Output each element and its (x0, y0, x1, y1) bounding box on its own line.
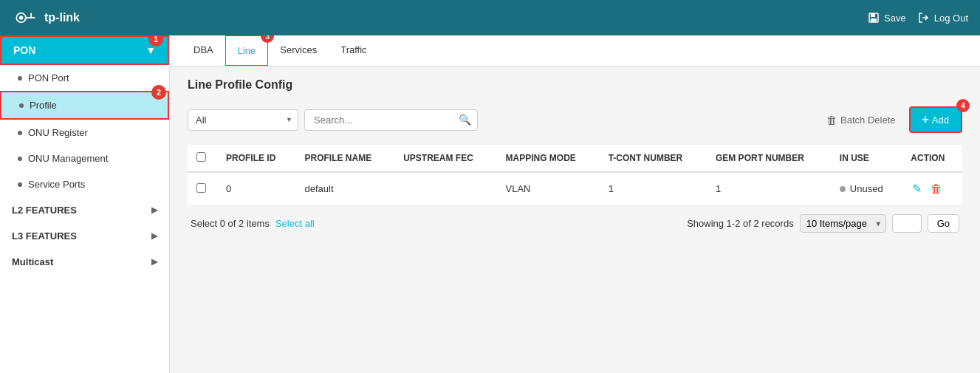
table-header-gem-port-number: GEM PORT NUMBER (707, 145, 831, 172)
row-action: ✎ 🗑 (902, 172, 962, 205)
delete-button[interactable]: 🗑 (929, 180, 944, 197)
dot-icon (18, 182, 22, 187)
search-input[interactable] (311, 110, 459, 130)
sidebar-item-profile[interactable]: Profile (0, 91, 169, 120)
filter-select-wrapper: All (188, 109, 298, 131)
select-all-link[interactable]: Select all (275, 218, 315, 229)
save-button[interactable]: Save (868, 12, 906, 24)
data-table: PROFILE ID PROFILE NAME UPSTREAM FEC MAP… (188, 145, 962, 205)
row-checkbox[interactable] (196, 183, 206, 193)
multicast-label: Multicast (12, 256, 53, 267)
save-label: Save (884, 13, 906, 24)
edit-button[interactable]: ✎ (911, 180, 923, 197)
table-footer-left: Select 0 of 2 items Select all (191, 218, 315, 229)
onu-management-label: ONU Management (28, 153, 108, 164)
table-header-upstream-fec: UPSTREAM FEC (394, 145, 496, 172)
sidebar-pon-menu[interactable]: PON ▼ (0, 35, 169, 65)
svg-rect-7 (871, 18, 877, 21)
l3-chevron-icon: ▶ (151, 231, 157, 241)
sidebar-item-onu-management[interactable]: ONU Management (0, 146, 169, 171)
tab-dba[interactable]: DBA (182, 35, 225, 66)
layout: PON ▼ 1 PON Port Profile 2 ONU Register (0, 35, 980, 373)
sidebar-section-l2-features[interactable]: L2 FEATURES ▶ (0, 197, 169, 223)
row-t-cont-number: 1 (600, 172, 707, 205)
table-header-mapping-mode: MAPPING MODE (497, 145, 600, 172)
tab-services[interactable]: Services (268, 35, 329, 66)
multicast-chevron-icon: ▶ (151, 257, 157, 267)
sidebar-item-pon-port[interactable]: PON Port (0, 65, 169, 91)
row-mapping-mode: VLAN (497, 172, 600, 205)
navbar-actions: Save Log Out (868, 12, 968, 24)
go-button[interactable]: Go (928, 214, 959, 233)
search-box: 🔍 (304, 109, 478, 131)
content-area: Line Profile Config All 🔍 (170, 66, 980, 253)
pon-label: PON (13, 44, 35, 56)
select-all-checkbox[interactable] (196, 152, 206, 162)
brand: tp-link (12, 4, 80, 31)
search-icon: 🔍 (459, 114, 471, 126)
row-profile-name: default (295, 172, 394, 205)
page-title: Line Profile Config (188, 78, 962, 92)
table-header-in-use: IN USE (831, 145, 902, 172)
batch-delete-button[interactable]: 🗑 Batch Delete (819, 109, 902, 131)
l2-chevron-icon: ▶ (151, 205, 157, 215)
select-count: Select 0 of 2 items (191, 218, 270, 229)
page-number-input[interactable] (892, 214, 922, 233)
trash-icon: 🗑 (826, 114, 837, 126)
table-header-action: ACTION (902, 145, 962, 172)
row-in-use: Unused (831, 172, 902, 205)
svg-rect-6 (871, 13, 875, 17)
tab-traffic[interactable]: Traffic (329, 35, 378, 66)
dot-icon (18, 131, 22, 135)
navbar: tp-link Save Log Out (0, 0, 980, 35)
l2-features-label: L2 FEATURES (12, 205, 77, 216)
items-per-page-wrapper: 10 Items/page 20 Items/page 50 Items/pag… (800, 214, 886, 233)
brand-name: tp-link (44, 11, 80, 24)
action-icons: ✎ 🗑 (911, 180, 953, 197)
filter-select[interactable]: All (188, 109, 298, 131)
in-use-badge: Unused (840, 183, 894, 194)
table-row: 0 default VLAN 1 1 Unused ✎ 🗑 (188, 172, 962, 205)
row-checkbox-cell (188, 172, 217, 205)
onu-register-label: ONU Register (28, 127, 88, 138)
table-header-row: PROFILE ID PROFILE NAME UPSTREAM FEC MAP… (188, 145, 962, 172)
tab-bar: DBA Line 3 Services Traffic (170, 35, 980, 66)
add-badge: 4 (956, 99, 970, 112)
row-profile-id: 0 (217, 172, 295, 205)
sidebar-section-l3-features[interactable]: L3 FEATURES ▶ (0, 223, 169, 249)
save-icon (868, 12, 880, 24)
logout-icon (918, 12, 930, 24)
table-header-profile-name: PROFILE NAME (295, 145, 394, 172)
row-upstream-fec (394, 172, 496, 205)
table-header-profile-id: PROFILE ID (217, 145, 295, 172)
tplink-logo (12, 4, 38, 31)
table-footer-right: Showing 1-2 of 2 records 10 Items/page 2… (687, 214, 959, 233)
table-body: 0 default VLAN 1 1 Unused ✎ 🗑 (188, 172, 962, 205)
add-button[interactable]: + Add (909, 106, 962, 133)
main-content: DBA Line 3 Services Traffic Line Profile… (170, 35, 980, 373)
toolbar-right: 🗑 Batch Delete + Add 4 (819, 106, 962, 133)
logout-button[interactable]: Log Out (918, 12, 968, 24)
sidebar: PON ▼ 1 PON Port Profile 2 ONU Register (0, 35, 170, 373)
profile-badge: 2 (151, 85, 166, 100)
table-header-t-cont-number: T-CONT NUMBER (600, 145, 707, 172)
dot-icon (18, 76, 22, 81)
profile-label: Profile (30, 100, 57, 111)
svg-rect-4 (30, 13, 32, 18)
plus-icon: + (922, 113, 929, 126)
svg-point-2 (19, 16, 23, 19)
tab-line-wrapper: Line 3 (225, 35, 269, 66)
add-button-wrapper: + Add 4 (909, 106, 962, 133)
sidebar-section-multicast[interactable]: Multicast ▶ (0, 249, 169, 275)
dot-icon (18, 157, 22, 161)
add-label: Add (932, 114, 949, 126)
batch-delete-label: Batch Delete (840, 114, 895, 126)
edit-icon: ✎ (912, 182, 922, 195)
sidebar-item-onu-register[interactable]: ONU Register (0, 120, 169, 146)
sidebar-item-service-ports[interactable]: Service Ports (0, 171, 169, 197)
row-gem-port-number: 1 (707, 172, 831, 205)
in-use-label: Unused (850, 183, 883, 194)
table-footer: Select 0 of 2 items Select all Showing 1… (188, 205, 962, 242)
toolbar: All 🔍 🗑 Batch Delete + (188, 106, 962, 133)
items-per-page-select[interactable]: 10 Items/page 20 Items/page 50 Items/pag… (800, 214, 886, 233)
